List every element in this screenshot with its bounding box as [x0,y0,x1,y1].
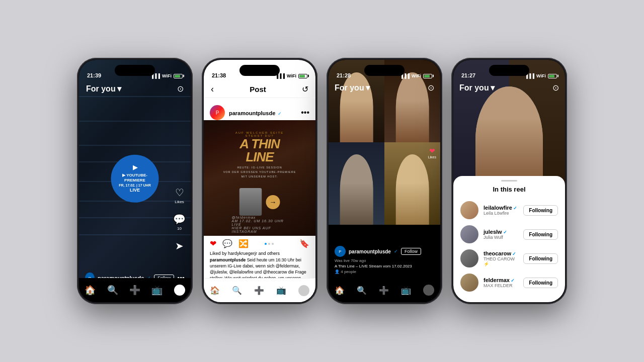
nav-add-1[interactable]: ➕ [129,285,140,296]
live-heart-icon: ❤ [429,147,435,155]
phone2-screen: 21:38 ▐▐▐ WiFi ‹ Post ↺ P [204,60,315,302]
following-button-leila[interactable]: Following [523,205,558,216]
phone-1-inner: 21:39 ▐▐▐ WiFi For you ▾ ⊙ [79,60,191,302]
right-actions: ♡ Likes 💬 10 ➤ [173,187,186,252]
dynamic-island-1 [115,65,155,76]
verified-jules: ✓ [503,230,507,235]
reel-name-felder: MAX FELDER [484,283,518,288]
wifi-icon-2: WiFi [287,73,296,78]
for-you-btn-4[interactable]: For you ▾ [459,83,495,93]
ig-brand: @feldermax AM 17.02. UM 16.30 UHR LIVE H… [232,216,288,233]
following-button-jules[interactable]: Following [523,229,558,240]
phone2-nav: 🏠 🔍 ➕ 📺 [204,278,315,302]
nav-add-3[interactable]: ➕ [379,286,389,295]
dynamic-island-3 [364,65,405,76]
live-people: 👤 4 people [335,269,434,274]
chevron-3: ▾ [366,83,370,93]
badge-line2: PREMIERE [124,178,145,183]
reel-handle-jules: juleslw✓ [484,229,518,235]
nav-profile-1[interactable] [174,285,185,296]
nav-profile-3[interactable] [423,285,434,296]
grid-cell-4: ❤ Likes [384,142,440,225]
phone-2-inner: 21:38 ▐▐▐ WiFi ‹ Post ↺ P [204,60,315,302]
back-button[interactable]: ‹ [211,84,214,95]
phones-container: 21:39 ▐▐▐ WiFi For you ▾ ⊙ [67,43,577,319]
battery-icon-2 [298,74,307,78]
host-name-label: @feldermax [232,216,256,219]
nav-home-3[interactable]: 🏠 [335,286,345,295]
bottom-sheet: In this reel leilalowfire✓ Leila Löwfire… [453,176,565,302]
reel-avatar-theo [460,249,478,267]
reel-avatar-leila [460,201,478,219]
dot-2 [268,243,270,245]
reel-info-felder: feldermax✓ MAX FELDER [484,277,518,288]
badge-line3: FR, 17.02. | 17 UHR [119,183,150,188]
phone3-bottom: P paramountplusde ✓ Follow Was live 70w … [329,242,440,278]
ig-share-icon[interactable]: 🔀 [238,239,249,248]
nav-profile-2[interactable] [298,285,309,296]
reel-person-3: feldermax✓ MAX FELDER Following [453,270,565,295]
phone-2: 21:38 ▐▐▐ WiFi ‹ Post ↺ P [202,58,317,304]
youtube-icon: ▶ [133,164,137,172]
reel-person-0: leilalowfire✓ Leila Löwfire Following [453,198,565,222]
reel-avatar-felder [460,274,478,292]
likes-label: Likes [428,155,436,159]
reel-name-jules: Julia Wulf [484,235,518,240]
reel-info-leila: leilalowfire✓ Leila Löwfire [484,205,518,216]
phone-3: 21:28 ▐▐▐ WiFi [327,58,442,304]
camera-icon-4[interactable]: ⊙ [552,83,559,93]
nav-add-2[interactable]: ➕ [254,286,264,295]
camera-icon[interactable]: ⊙ [177,84,184,94]
ig-verified: ✓ [278,111,282,116]
following-button-felder[interactable]: Following [523,278,558,288]
for-you-btn-3[interactable]: For you ▾ [335,83,370,93]
share-icon: ➤ [175,240,184,252]
ig-more-button[interactable]: ••• [301,108,309,117]
arrow-button[interactable]: → [266,195,280,209]
nav-search-1[interactable]: 🔍 [107,285,118,296]
reel-person-2: theocarow✓ THEO CAROW ⚡ Following [453,246,565,270]
like-action[interactable]: ♡ Likes [175,187,184,204]
ig-actions-row: ❤ 💬 🔀 🔖 [210,239,309,248]
host-avatar-inner [239,188,262,216]
nav-video-2[interactable]: 📺 [276,286,286,295]
thin-line-main: A THINLINE [232,137,288,163]
share-action[interactable]: ➤ [175,240,184,252]
camera-icon-3[interactable]: ⊙ [428,83,434,93]
nav-video-3[interactable]: 📺 [401,286,411,295]
nav-home-1[interactable]: 🏠 [85,285,96,296]
youtube-badge: ▶ ▶ YOUTUBE- PREMIERE FR, 17.02. | 17 UH… [111,155,159,203]
phone-4-inner: 21:27 ▐▐▐ WiFi For you ▾ ⊙ [453,60,565,302]
carousel-dots [265,243,274,245]
nav-search-3[interactable]: 🔍 [357,286,367,295]
wifi-icon-3: WiFi [412,73,421,78]
nav-search-2[interactable]: 🔍 [232,286,242,295]
ig-like-icon[interactable]: ❤ [210,239,216,248]
like-label: Likes [175,200,184,204]
dynamic-island-4 [489,65,529,76]
phone4-screen: 21:27 ▐▐▐ WiFi For you ▾ ⊙ [453,60,565,302]
status-icons-3: ▐▐▐ WiFi [400,73,432,78]
nav-video-1[interactable]: 📺 [151,285,163,296]
live-user-row: P paramountplusde ✓ Follow [335,246,434,257]
phone4-header: For you ▾ ⊙ [453,81,565,95]
battery-icon-1 [174,74,183,78]
wifi-icon-1: WiFi [162,73,172,78]
comment-icon: 💬 [173,213,186,225]
ig-comment-icon[interactable]: 💬 [222,239,232,248]
nav-home-2[interactable]: 🏠 [210,286,220,295]
live-follow-btn[interactable]: Follow [401,248,421,255]
comment-action[interactable]: 💬 10 [173,213,186,231]
ig-bookmark-icon[interactable]: 🔖 [299,239,309,248]
live-description: A Thin Line – LIVE Stream vom 17.02.2023 [335,264,434,268]
phone3-screen: 21:28 ▐▐▐ WiFi [329,60,440,302]
for-you-button[interactable]: For you ▾ [86,84,121,94]
following-button-theo[interactable]: Following [523,253,558,264]
ig-username[interactable]: paramountplusde [229,110,275,116]
wifi-icon-4: WiFi [536,73,546,78]
date-text: AM 17.02. UM 16.30 UHR LIVE [232,219,284,226]
chevron-down-icon: ▾ [117,84,121,94]
refresh-button[interactable]: ↺ [302,84,308,94]
live-verified: ✓ [394,249,398,254]
platform-text: HIER BEI UNS AUF INSTAGRAM [232,226,271,233]
